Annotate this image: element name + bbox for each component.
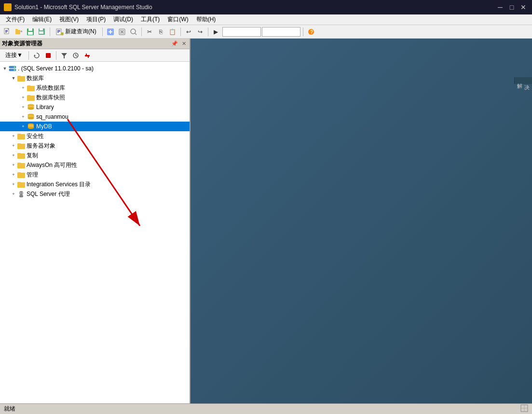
replication-expander[interactable]: + [10, 152, 17, 159]
replication-label: 复制 [27, 152, 38, 160]
databases-expander[interactable]: ▼ [10, 74, 17, 82]
menu-bar: 文件(F) 编辑(E) 视图(V) 项目(P) 调试(D) 工具(T) 窗口(W… [0, 14, 532, 25]
db-snapshot-item[interactable]: + 数据库快照 [0, 93, 190, 102]
toolbar-btn-debug[interactable]: ▶ [211, 27, 221, 37]
management-label: 管理 [27, 171, 38, 179]
mydb-expander[interactable]: + [19, 123, 27, 130]
toolbar-sep-1 [50, 28, 50, 36]
menu-debug[interactable]: 调试(D) [109, 14, 137, 25]
svg-rect-1 [8, 4, 11, 7]
right-panel-icon[interactable]: 解 决 [514, 77, 532, 84]
sql-agent-item[interactable]: + SQL Server 代理 [0, 189, 190, 199]
server-root-item[interactable]: ▼ . (SQL Server 11.0.2100 - sa) [0, 64, 190, 73]
svg-rect-9 [15, 29, 18, 30]
menu-file[interactable]: 文件(F) [2, 14, 28, 25]
title-bar: Solution1 - Microsoft SQL Server Managem… [0, 0, 532, 14]
alwayson-item[interactable]: + AlwaysOn 高可用性 [0, 160, 190, 170]
svg-rect-0 [5, 4, 7, 7]
oe-close-icon[interactable]: ✕ [180, 40, 188, 47]
menu-project[interactable]: 项目(P) [82, 14, 109, 25]
alwayson-expander[interactable]: + [10, 161, 17, 169]
toolbar-search-input-2[interactable] [262, 27, 300, 37]
svg-marker-38 [61, 53, 67, 58]
toolbar-btn-5[interactable] [128, 27, 139, 37]
new-query-button[interactable]: 新建查询(N) [53, 26, 100, 37]
library-item[interactable]: + Library [0, 102, 190, 112]
menu-help[interactable]: 帮助(H) [192, 14, 220, 25]
oe-filter-btn[interactable] [59, 50, 69, 61]
pin-icon[interactable]: 📌 [170, 40, 179, 47]
replication-item[interactable]: + 复制 [0, 151, 190, 160]
oe-title: 对象资源管理器 [2, 40, 42, 48]
main-toolbar: 新建查询(N) ✂ ⎘ 📋 ↩ ↪ ▶ ? [0, 25, 532, 39]
server-objects-item[interactable]: + 服务器对象 [0, 141, 190, 151]
menu-window[interactable]: 窗口(W) [164, 14, 192, 25]
sq-ruanmou-item[interactable]: + sq_ruanmou [0, 112, 190, 122]
toolbar-btn-help[interactable]: ? [306, 27, 316, 37]
integration-services-item[interactable]: + Integration Services 目录 [0, 179, 190, 189]
toolbar-btn-undo[interactable]: ↩ [183, 27, 194, 37]
security-expander[interactable]: + [10, 132, 17, 140]
library-expander[interactable]: + [19, 103, 27, 111]
oe-disconnect-btn[interactable] [82, 50, 93, 61]
toolbar-btn-paste[interactable]: 📋 [167, 27, 178, 37]
toolbar-saveall-btn[interactable] [37, 27, 47, 37]
toolbar-btn-3[interactable] [105, 27, 116, 37]
db-snapshot-folder-icon [27, 94, 35, 101]
toolbar-sep-2 [102, 28, 103, 36]
oe-refresh-btn[interactable] [31, 50, 42, 61]
management-item[interactable]: + 管理 [0, 170, 190, 179]
svg-line-33 [135, 33, 136, 35]
toolbar-btn-redo[interactable]: ↪ [195, 27, 205, 37]
svg-marker-36 [34, 55, 36, 56]
right-panel-label-2: 决 [523, 79, 531, 82]
databases-label: 数据库 [27, 74, 44, 83]
management-expander[interactable]: + [10, 171, 17, 179]
oe-connect-button[interactable]: 连接▼ [2, 50, 26, 61]
toolbar-search-input[interactable] [222, 27, 261, 37]
menu-tools[interactable]: 工具(T) [137, 14, 164, 25]
status-bar: 就绪 [0, 403, 532, 414]
security-item[interactable]: + 安全性 [0, 131, 190, 141]
server-obj-expander[interactable]: + [10, 142, 17, 150]
svg-rect-14 [28, 28, 32, 31]
system-databases-item[interactable]: + 系统数据库 [0, 83, 190, 93]
maximize-button[interactable]: □ [507, 2, 517, 12]
toolbar-open-btn[interactable] [14, 27, 24, 37]
agent-expander[interactable]: + [10, 190, 17, 198]
svg-rect-42 [85, 55, 90, 56]
mydb-item[interactable]: + MyDB [0, 122, 190, 131]
main-layout: 对象资源管理器 📌 ✕ 连接▼ [0, 39, 532, 403]
alwayson-folder-icon [17, 162, 25, 168]
window-controls[interactable]: ─ □ ✕ [495, 2, 528, 12]
databases-item[interactable]: ▼ 数据库 [0, 73, 190, 83]
security-folder-icon [17, 133, 25, 139]
menu-edit[interactable]: 编辑(E) [28, 14, 55, 25]
server-objects-label: 服务器对象 [27, 142, 55, 150]
oe-toolbar: 连接▼ [0, 49, 190, 62]
db-snapshot-expander[interactable]: + [19, 94, 27, 101]
sq-ruanmou-label: sq_ruanmou [36, 113, 68, 120]
window-title: Solution1 - Microsoft SQL Server Managem… [14, 4, 152, 11]
oe-content: ▼ . (SQL Server 11.0.2100 - sa) ▼ 数据库 [0, 62, 190, 403]
close-button[interactable]: ✕ [518, 2, 528, 12]
toolbar-btn-4[interactable] [117, 27, 127, 37]
library-db-icon [27, 104, 35, 110]
oe-sync-btn[interactable] [70, 50, 81, 61]
svg-rect-19 [56, 29, 61, 35]
oe-stop-btn[interactable] [43, 50, 54, 61]
toolbar-btn-copy[interactable]: ⎘ [156, 27, 166, 37]
svg-line-41 [76, 55, 77, 56]
toolbar-save-btn[interactable] [25, 27, 36, 37]
sq-ruanmou-expander[interactable]: + [19, 113, 27, 121]
minimize-button[interactable]: ─ [495, 2, 505, 12]
toolbar-new-btn[interactable] [2, 27, 13, 37]
svg-point-32 [131, 29, 136, 34]
is-expander[interactable]: + [10, 180, 17, 188]
system-db-expander[interactable]: + [19, 84, 27, 92]
server-expander[interactable]: ▼ [1, 65, 9, 72]
system-db-label: 系统数据库 [36, 84, 65, 92]
menu-view[interactable]: 视图(V) [55, 14, 82, 25]
toolbar-btn-cut[interactable]: ✂ [144, 27, 155, 37]
oe-sep-2 [56, 51, 56, 60]
